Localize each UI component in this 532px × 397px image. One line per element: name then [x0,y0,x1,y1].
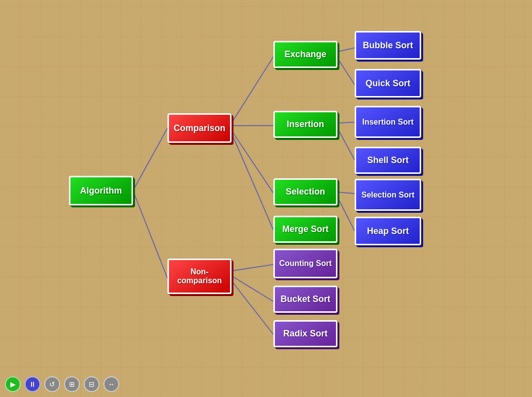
play-button[interactable]: ▶ [5,376,21,392]
diagram-container: Algorithm Comparison Non-comparison Exch… [0,0,532,397]
svg-line-12 [337,128,355,160]
exchange-node[interactable]: Exchange [273,41,337,68]
pause-button[interactable]: ⏸ [25,376,40,392]
selectionsort-node[interactable]: Selection Sort [355,179,421,211]
countingsort-node[interactable]: Counting Sort [273,249,337,278]
insertion-node[interactable]: Insertion [273,111,337,138]
radixsort-node[interactable]: Radix Sort [273,320,337,347]
quicksort-node[interactable]: Quick Sort [355,69,421,98]
svg-line-4 [232,131,273,193]
svg-line-13 [337,192,355,194]
noncomparison-node[interactable]: Non-comparison [167,259,232,294]
fit-button[interactable]: ↔ [103,376,119,392]
svg-line-2 [232,57,273,123]
svg-line-8 [232,281,273,334]
svg-line-7 [232,276,273,301]
svg-line-1 [133,191,167,278]
reset-button[interactable]: ↺ [44,376,60,392]
insertionsort-node[interactable]: Insertion Sort [355,106,421,138]
mergesort-node[interactable]: Merge Sort [273,216,337,243]
svg-line-10 [337,58,355,85]
shellsort-node[interactable]: Shell Sort [355,147,421,174]
svg-line-14 [337,197,355,231]
zoom-out-button[interactable]: ⊟ [84,376,100,392]
svg-line-5 [232,133,273,230]
svg-line-11 [337,122,355,123]
svg-line-6 [232,265,273,271]
selection-node[interactable]: Selection [273,178,337,205]
toolbar: ▶ ⏸ ↺ ⊞ ⊟ ↔ [5,376,119,392]
algorithm-node[interactable]: Algorithm [69,176,133,205]
comparison-node[interactable]: Comparison [167,113,232,143]
svg-line-9 [337,48,355,52]
bucketsort-node[interactable]: Bucket Sort [273,286,337,313]
svg-line-0 [133,128,167,191]
bubblesort-node[interactable]: Bubble Sort [355,31,421,60]
zoom-in-button[interactable]: ⊞ [64,376,80,392]
heapsort-node[interactable]: Heap Sort [355,217,421,245]
